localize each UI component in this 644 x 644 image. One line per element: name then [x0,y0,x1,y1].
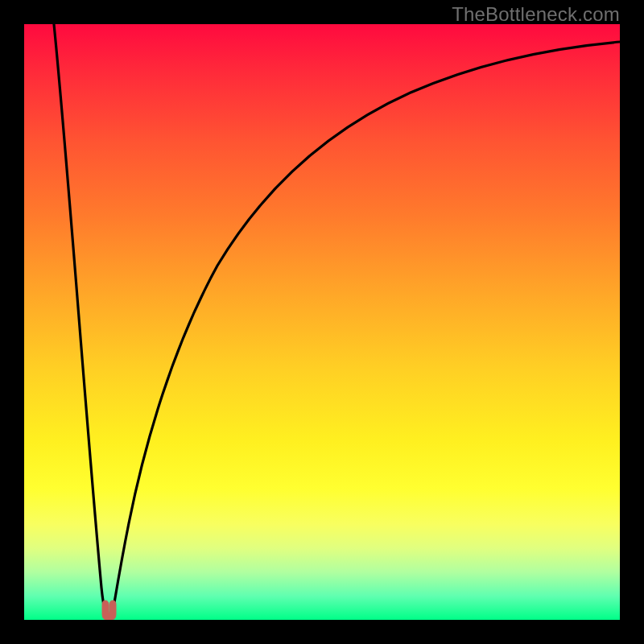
curve-right-branch [112,42,620,617]
curve-left-branch [54,24,107,617]
valley-marker [102,601,116,620]
plot-frame [24,24,620,620]
bottleneck-curve-svg [24,24,620,620]
watermark-text: TheBottleneck.com [452,3,620,26]
